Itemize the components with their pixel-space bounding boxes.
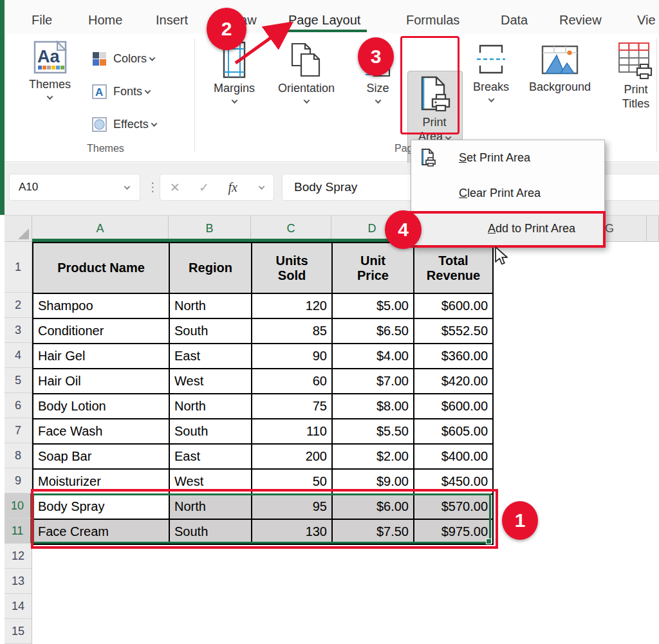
effects-button[interactable]: Effects: [92, 116, 156, 133]
column-header-stub[interactable]: [647, 216, 659, 242]
cell-E7[interactable]: $605.00: [414, 419, 494, 445]
cell-C11[interactable]: 130: [252, 520, 333, 545]
cell-E4[interactable]: $360.00: [414, 344, 494, 369]
cell-E10[interactable]: $570.00: [414, 495, 494, 520]
insert-function-icon[interactable]: fx: [228, 180, 237, 195]
cell-C4[interactable]: 90: [252, 344, 333, 369]
column-header-b[interactable]: B: [169, 216, 251, 242]
tab-home[interactable]: Home: [88, 13, 122, 28]
fonts-button[interactable]: A Fonts: [92, 83, 150, 100]
cell-C7[interactable]: 110: [252, 419, 333, 445]
cell-B5[interactable]: West: [170, 369, 252, 394]
cell-C8[interactable]: 200: [252, 445, 333, 470]
enter-icon[interactable]: [199, 180, 209, 195]
menu-item-clear-print-area[interactable]: Clear Print Area: [411, 176, 604, 211]
cell-A9[interactable]: Moisturizer: [33, 470, 170, 495]
row-header-8[interactable]: 8: [5, 443, 32, 468]
tab-insert[interactable]: Insert: [156, 13, 188, 28]
row-header-7[interactable]: 7: [5, 418, 32, 443]
cell-D4[interactable]: $4.00: [333, 344, 414, 369]
tab-page-layout[interactable]: Page Layout: [288, 13, 360, 28]
fill-handle[interactable]: [486, 538, 492, 544]
cell-E9[interactable]: $450.00: [414, 470, 494, 495]
cell-D5[interactable]: $7.00: [333, 369, 414, 394]
colors-button[interactable]: Colors: [92, 50, 154, 67]
row-header-1[interactable]: 1: [5, 242, 32, 293]
cell-C9[interactable]: 50: [252, 470, 333, 495]
menu-item-set-print-area[interactable]: Set Print Area: [411, 140, 604, 176]
cell-A5[interactable]: Hair Oil: [33, 369, 170, 394]
row-header-14[interactable]: 14: [5, 594, 32, 619]
header-cell-units-sold[interactable]: Units Sold: [252, 243, 333, 294]
cell-A7[interactable]: Face Wash: [33, 419, 170, 445]
cell-A4[interactable]: Hair Gel: [33, 344, 170, 369]
cell-E6[interactable]: $600.00: [414, 394, 494, 419]
cell-A10[interactable]: Body Spray: [33, 495, 170, 520]
menu-item-label: Add to Print Area: [488, 222, 575, 235]
tab-formulas[interactable]: Formulas: [406, 13, 459, 28]
cell-B2[interactable]: North: [170, 294, 252, 319]
cell-D10[interactable]: $6.00: [333, 495, 414, 520]
cell-E2[interactable]: $600.00: [414, 294, 494, 319]
cell-C10[interactable]: 95: [252, 495, 333, 520]
cell-E5[interactable]: $420.00: [414, 369, 494, 394]
row-header-11[interactable]: 11: [5, 519, 32, 544]
tab-review[interactable]: Review: [559, 13, 602, 28]
cell-E11[interactable]: $975.00: [414, 520, 494, 545]
themes-button[interactable]: Aa Themes: [29, 40, 71, 100]
cell-C3[interactable]: 85: [252, 319, 333, 344]
cell-A6[interactable]: Body Lotion: [33, 394, 170, 419]
cell-B4[interactable]: East: [170, 344, 252, 369]
cell-D6[interactable]: $8.00: [333, 394, 414, 419]
row-header-15[interactable]: 15: [5, 619, 32, 644]
cell-B7[interactable]: South: [170, 419, 252, 445]
tab-vie[interactable]: Vie: [637, 13, 656, 28]
print-titles-icon: [617, 41, 654, 80]
cell-B8[interactable]: East: [170, 445, 252, 470]
cell-D9[interactable]: $9.00: [333, 470, 414, 495]
row-header-12[interactable]: 12: [5, 544, 32, 569]
row-header-4[interactable]: 4: [5, 343, 32, 368]
select-all-button[interactable]: [5, 216, 32, 242]
row-header-3[interactable]: 3: [5, 318, 32, 343]
cell-E3[interactable]: $552.50: [414, 319, 494, 344]
cell-D2[interactable]: $5.00: [333, 294, 414, 319]
row-header-13[interactable]: 13: [5, 569, 32, 594]
cell-B11[interactable]: South: [170, 520, 252, 545]
column-header-a[interactable]: A: [32, 216, 169, 242]
name-box[interactable]: A10: [9, 174, 140, 201]
cell-C2[interactable]: 120: [252, 294, 333, 319]
row-header-10[interactable]: 10: [5, 493, 32, 519]
row-header-5[interactable]: 5: [5, 368, 32, 393]
tab-data[interactable]: Data: [501, 13, 528, 28]
cell-D3[interactable]: $6.50: [333, 319, 414, 344]
cell-D11[interactable]: $7.50: [333, 520, 414, 545]
cell-D8[interactable]: $2.00: [333, 445, 414, 470]
cell-C5[interactable]: 60: [252, 369, 333, 394]
tab-file[interactable]: File: [32, 13, 52, 28]
cancel-icon[interactable]: [170, 180, 180, 195]
print-titles-button[interactable]: Print Titles: [617, 41, 654, 111]
row-header-2[interactable]: 2: [5, 293, 32, 318]
cell-B6[interactable]: North: [170, 394, 252, 419]
row-header-6[interactable]: 6: [5, 393, 32, 418]
header-cell-region[interactable]: Region: [170, 243, 252, 294]
cell-D7[interactable]: $5.50: [333, 419, 414, 445]
background-button[interactable]: Background: [529, 45, 591, 94]
cell-B10[interactable]: North: [170, 495, 252, 520]
cell-A2[interactable]: Shampoo: [33, 294, 170, 319]
header-cell-unit-price[interactable]: Unit Price: [333, 243, 414, 294]
cell-A3[interactable]: Conditioner: [33, 319, 170, 344]
cell-E8[interactable]: $400.00: [414, 445, 494, 470]
row-header-9[interactable]: 9: [5, 468, 32, 493]
menu-item-add-to-print-area[interactable]: Add to Print Area: [411, 211, 604, 246]
cell-B9[interactable]: West: [170, 470, 252, 495]
header-cell-total-revenue[interactable]: Total Revenue: [414, 243, 494, 294]
cell-A11[interactable]: Face Cream: [33, 520, 170, 545]
column-header-c[interactable]: C: [251, 216, 331, 242]
breaks-button[interactable]: Breaks: [473, 42, 509, 102]
cell-C6[interactable]: 75: [252, 394, 333, 419]
header-cell-product-name[interactable]: Product Name: [33, 243, 170, 294]
cell-B3[interactable]: South: [170, 319, 252, 344]
cell-A8[interactable]: Soap Bar: [33, 445, 170, 470]
